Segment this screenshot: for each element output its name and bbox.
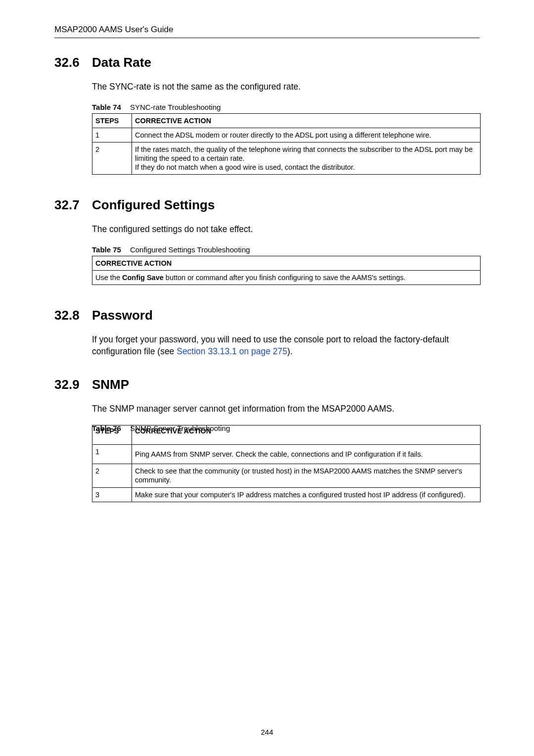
table-title: SNMP Server Troubleshooting <box>130 424 230 432</box>
page-number: 244 <box>0 728 534 736</box>
table-snmp: STEPS CORRECTIVE ACTION 1 Ping AAMS from… <box>92 425 481 502</box>
text: ). <box>287 346 293 356</box>
table-row: 2 Check to see that the community (or tr… <box>92 464 481 487</box>
section-title: Data Rate <box>92 55 151 70</box>
section-number: 32.8 <box>54 308 92 323</box>
table-caption: Table 75Configured Settings Troubleshoot… <box>92 245 480 254</box>
section-data-rate: 32.6Data Rate The SYNC-rate is not the s… <box>54 55 480 175</box>
snmp-table-wrap: Table 76SNMP Server Troubleshooting STEP… <box>92 425 481 502</box>
col-action: CORRECTIVE ACTION <box>132 113 481 128</box>
text-bold: Config Save <box>122 274 164 282</box>
text: button or command after you finish confi… <box>164 274 406 282</box>
cell-action: Connect the ADSL modem or router directl… <box>132 128 481 142</box>
table-caption: Table 74SYNC-rate Troubleshooting <box>92 103 480 111</box>
section-heading: 32.8Password <box>54 308 480 323</box>
section-title: Password <box>92 308 153 323</box>
table-sync-rate: STEPS CORRECTIVE ACTION 1 Connect the AD… <box>92 113 481 175</box>
cell-step: 1 <box>92 445 132 464</box>
page-header: MSAP2000 AAMS User's Guide <box>54 25 480 38</box>
col-steps: STEPS <box>92 113 132 128</box>
table-configured: CORRECTIVE ACTION Use the Config Save bu… <box>92 256 481 285</box>
section-heading: 32.9SNMP <box>54 377 480 392</box>
section-number: 32.6 <box>54 55 92 70</box>
section-snmp: 32.9SNMP The SNMP manager server cannot … <box>54 377 480 502</box>
table-title: Configured Settings Troubleshooting <box>130 245 250 254</box>
section-title: Configured Settings <box>92 197 215 212</box>
section-password: 32.8Password If you forget your password… <box>54 308 480 357</box>
cell-step: 1 <box>92 128 132 142</box>
table-label: Table 76 <box>92 424 121 432</box>
section-configured-settings: 32.7Configured Settings The configured s… <box>54 197 480 285</box>
section-heading: 32.6Data Rate <box>54 55 480 70</box>
cell-action: Make sure that your computer's IP addres… <box>132 487 481 502</box>
table-title: SYNC-rate Troubleshooting <box>130 103 221 111</box>
section-intro: The SYNC-rate is not the same as the con… <box>92 81 480 93</box>
cell-step: 2 <box>92 142 132 174</box>
table-label: Table 75 <box>92 245 121 254</box>
section-number: 32.7 <box>54 197 92 213</box>
cell-action: Use the Config Save button or command af… <box>92 271 481 285</box>
section-intro: The configured settings do not take effe… <box>92 224 480 236</box>
section-intro: The SNMP manager server cannot get infor… <box>92 403 480 415</box>
cell-step: 2 <box>92 464 132 487</box>
section-number: 32.9 <box>54 377 92 392</box>
text: Use the <box>95 274 122 282</box>
section-body: If you forget your password, you will ne… <box>92 334 480 357</box>
cell-action: Ping AAMS from SNMP server. Check the ca… <box>132 445 481 464</box>
table-row: 3 Make sure that your computer's IP addr… <box>92 487 481 502</box>
cross-reference-link[interactable]: Section 33.13.1 on page 275 <box>177 346 287 356</box>
cell-action: If the rates match, the quality of the t… <box>132 142 481 174</box>
table-row: Use the Config Save button or command af… <box>92 271 481 285</box>
cell-action: Check to see that the community (or trus… <box>132 464 481 487</box>
table-caption: Table 76SNMP Server Troubleshooting <box>92 424 230 432</box>
table-label: Table 74 <box>92 103 121 111</box>
section-heading: 32.7Configured Settings <box>54 197 480 213</box>
section-title: SNMP <box>92 377 129 392</box>
cell-step: 3 <box>92 487 132 502</box>
col-action: CORRECTIVE ACTION <box>92 256 481 270</box>
table-row: 1 Ping AAMS from SNMP server. Check the … <box>92 445 481 464</box>
table-row: 2 If the rates match, the quality of the… <box>92 142 481 174</box>
table-row: 1 Connect the ADSL modem or router direc… <box>92 128 481 142</box>
